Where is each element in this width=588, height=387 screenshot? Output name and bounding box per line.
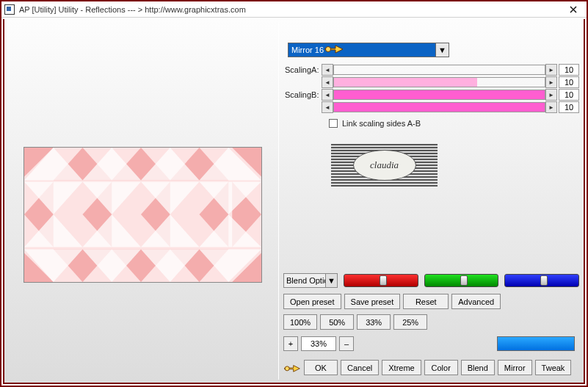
blend-options-dropdown[interactable]: Blend Optio ▼ (283, 273, 338, 288)
client-area: Mirror 16 ▼ ScalingA: ◄ ► 10 ◄ (3, 19, 585, 384)
mirror-button[interactable]: Mirror (498, 360, 532, 375)
logo-text: claudia (353, 150, 416, 181)
scaling-b1-track[interactable] (333, 90, 545, 100)
ok-button[interactable]: OK (304, 360, 338, 375)
green-slider[interactable] (424, 274, 499, 287)
zoom-33-button[interactable]: 33% (357, 314, 391, 330)
scaling-a2-value[interactable]: 10 (559, 76, 579, 88)
zoom-minus-button[interactable]: – (339, 336, 354, 351)
slider-left-arrow[interactable]: ◄ (322, 76, 333, 88)
save-preset-button[interactable]: Save preset (344, 294, 401, 309)
preview-image (23, 147, 262, 283)
scaling-sliders: ScalingA: ◄ ► 10 ◄ ► 10 ScalingB: ◄ (283, 63, 579, 128)
blue-slider[interactable] (504, 274, 579, 287)
svg-point-35 (285, 366, 289, 370)
xtreme-button[interactable]: Xtreme (382, 360, 421, 375)
window-frame: AP [Utility] Utility - Reflections --- >… (0, 0, 588, 387)
zoom-value[interactable]: 33% (301, 336, 336, 351)
chevron-down-icon: ▼ (325, 274, 337, 287)
slider-right-arrow[interactable]: ► (545, 76, 557, 88)
scaling-a1-track[interactable] (333, 65, 545, 75)
mode-dropdown-value: Mirror 16 (291, 46, 324, 54)
zoom-25-button[interactable]: 25% (393, 314, 427, 330)
pointing-hand-icon (324, 42, 344, 55)
color-swatch[interactable] (497, 336, 575, 351)
blend-button[interactable]: Blend (461, 360, 495, 375)
zoom-50-button[interactable]: 50% (320, 314, 354, 330)
color-button[interactable]: Color (424, 360, 458, 375)
red-slider[interactable] (344, 274, 418, 287)
branding-logo: claudia (331, 144, 438, 187)
slider-thumb[interactable] (380, 275, 387, 286)
scaling-b1-value[interactable]: 10 (559, 89, 579, 101)
advanced-button[interactable]: Advanced (451, 294, 501, 309)
slider-thumb[interactable] (460, 275, 468, 286)
slider-thumb[interactable] (540, 275, 548, 286)
svg-point-34 (326, 47, 331, 52)
scaling-a2-track[interactable] (333, 77, 545, 87)
scaling-b2-value[interactable]: 10 (559, 101, 579, 113)
slider-left-arrow[interactable]: ◄ (322, 101, 333, 113)
zoom-100-button[interactable]: 100% (283, 314, 317, 330)
cancel-button[interactable]: Cancel (341, 360, 379, 375)
scaling-a-label: ScalingA: (283, 65, 322, 74)
right-pane: Mirror 16 ▼ ScalingA: ◄ ► 10 ◄ (283, 22, 579, 380)
slider-right-arrow[interactable]: ► (545, 89, 557, 101)
slider-right-arrow[interactable]: ► (545, 101, 557, 113)
app-icon (4, 4, 15, 15)
zoom-plus-button[interactable]: + (283, 336, 298, 351)
link-scaling-checkbox[interactable] (329, 119, 338, 128)
link-scaling-label: Link scaling sides A-B (342, 119, 421, 128)
slider-left-arrow[interactable]: ◄ (322, 64, 333, 76)
slider-right-arrow[interactable]: ► (545, 64, 557, 76)
close-button[interactable] (563, 3, 584, 16)
pointing-hand-icon (283, 361, 301, 375)
scaling-b2-track[interactable] (333, 102, 545, 112)
scaling-a1-value[interactable]: 10 (559, 64, 579, 76)
tweak-button[interactable]: Tweak (535, 360, 572, 375)
open-preset-button[interactable]: Open preset (283, 294, 341, 309)
window-title: AP [Utility] Utility - Reflections --- >… (19, 5, 563, 14)
chevron-down-icon: ▼ (435, 43, 449, 57)
mode-dropdown[interactable]: Mirror 16 ▼ (288, 43, 449, 57)
reset-button[interactable]: Reset (403, 294, 449, 309)
scaling-b-label: ScalingB: (283, 90, 322, 99)
slider-left-arrow[interactable]: ◄ (322, 89, 333, 101)
left-pane (7, 22, 279, 380)
titlebar: AP [Utility] Utility - Reflections --- >… (1, 1, 587, 18)
